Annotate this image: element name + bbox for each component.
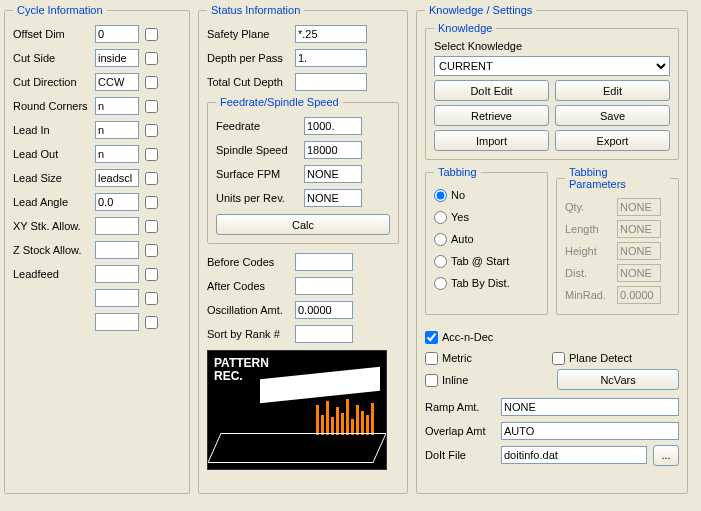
select-knowledge-dropdown[interactable]: CURRENT xyxy=(434,56,670,76)
calc-button[interactable]: Calc xyxy=(216,214,390,235)
spindle-input[interactable] xyxy=(304,141,362,159)
units-rev-input[interactable] xyxy=(304,189,362,207)
import-button[interactable]: Import xyxy=(434,130,549,151)
extra2-check[interactable] xyxy=(145,316,158,329)
after-codes-label: After Codes xyxy=(207,280,295,292)
tabbing-start-radio[interactable]: Tab @ Start xyxy=(434,250,539,272)
doit-file-browse-button[interactable]: ... xyxy=(653,445,679,466)
knowledge-settings-group: Knowledge / Settings Knowledge Select Kn… xyxy=(416,4,688,494)
lead-out-check[interactable] xyxy=(145,148,158,161)
round-corners-input[interactable] xyxy=(95,97,139,115)
lead-size-label: Lead Size xyxy=(13,172,95,184)
metric-check[interactable]: Metric xyxy=(425,347,552,369)
dist-input xyxy=(617,264,661,282)
cut-side-label: Cut Side xyxy=(13,52,95,64)
safety-plane-input[interactable] xyxy=(295,25,367,43)
plane-detect-check[interactable]: Plane Detect xyxy=(552,347,679,369)
lead-size-input[interactable] xyxy=(95,169,139,187)
before-codes-input[interactable] xyxy=(295,253,353,271)
inline-check[interactable]: Inline xyxy=(425,369,552,391)
xy-stk-input[interactable] xyxy=(95,217,139,235)
height-label: Height xyxy=(565,245,617,257)
offset-dim-check[interactable] xyxy=(145,28,158,41)
feedrate-label: Feedrate xyxy=(216,120,304,132)
knowledge-inner-group: Knowledge Select Knowledge CURRENT DoIt … xyxy=(425,22,679,160)
cut-side-input[interactable] xyxy=(95,49,139,67)
tabbing-legend: Tabbing xyxy=(434,166,481,178)
overlap-label: Overlap Amt xyxy=(425,425,495,437)
lead-size-check[interactable] xyxy=(145,172,158,185)
spindle-label: Spindle Speed xyxy=(216,144,304,156)
tabbing-yes-radio[interactable]: Yes xyxy=(434,206,539,228)
round-corners-check[interactable] xyxy=(145,100,158,113)
total-cut-depth-label: Total Cut Depth xyxy=(207,76,295,88)
length-input xyxy=(617,220,661,238)
lead-angle-check[interactable] xyxy=(145,196,158,209)
status-legend: Status Information xyxy=(207,4,304,16)
xy-stk-label: XY Stk. Allow. xyxy=(13,220,95,232)
qty-input xyxy=(617,198,661,216)
oscillation-label: Oscillation Amt. xyxy=(207,304,295,316)
cut-direction-input[interactable] xyxy=(95,73,139,91)
extra1-input[interactable] xyxy=(95,289,139,307)
lead-in-check[interactable] xyxy=(145,124,158,137)
leadfeed-check[interactable] xyxy=(145,268,158,281)
lead-in-label: Lead In xyxy=(13,124,95,136)
tabbing-group: Tabbing No Yes Auto Tab @ Start Tab By D… xyxy=(425,166,548,315)
total-cut-depth-input[interactable] xyxy=(295,73,367,91)
extra1-check[interactable] xyxy=(145,292,158,305)
tabbing-dist-radio[interactable]: Tab By Dist. xyxy=(434,272,539,294)
leadfeed-label: Leadfeed xyxy=(13,268,95,280)
height-input xyxy=(617,242,661,260)
doit-file-input[interactable] xyxy=(501,446,647,464)
feedrate-input[interactable] xyxy=(304,117,362,135)
depth-per-pass-input[interactable] xyxy=(295,49,367,67)
tabbing-auto-radio[interactable]: Auto xyxy=(434,228,539,250)
surface-fpm-label: Surface FPM xyxy=(216,168,304,180)
ncvars-button[interactable]: NcVars xyxy=(557,369,679,390)
knowledge-legend: Knowledge / Settings xyxy=(425,4,536,16)
extra2-input[interactable] xyxy=(95,313,139,331)
status-information-group: Status Information Safety Plane Depth pe… xyxy=(198,4,408,494)
overlap-input[interactable] xyxy=(501,422,679,440)
cut-direction-label: Cut Direction xyxy=(13,76,95,88)
minrad-label: MinRad. xyxy=(565,289,617,301)
lead-angle-input[interactable] xyxy=(95,193,139,211)
safety-plane-label: Safety Plane xyxy=(207,28,295,40)
cut-side-check[interactable] xyxy=(145,52,158,65)
length-label: Length xyxy=(565,223,617,235)
leadfeed-input[interactable] xyxy=(95,265,139,283)
lead-out-input[interactable] xyxy=(95,145,139,163)
xy-stk-check[interactable] xyxy=(145,220,158,233)
lead-in-input[interactable] xyxy=(95,121,139,139)
surface-fpm-input[interactable] xyxy=(304,165,362,183)
offset-dim-input[interactable] xyxy=(95,25,139,43)
dist-label: Dist. xyxy=(565,267,617,279)
oscillation-input[interactable] xyxy=(295,301,353,319)
ramp-input[interactable] xyxy=(501,398,679,416)
depth-per-pass-label: Depth per Pass xyxy=(207,52,295,64)
z-stk-check[interactable] xyxy=(145,244,158,257)
units-rev-label: Units per Rev. xyxy=(216,192,304,204)
z-stk-label: Z Stock Allow. xyxy=(13,244,95,256)
save-button[interactable]: Save xyxy=(555,105,670,126)
tabbing-no-radio[interactable]: No xyxy=(434,184,539,206)
tabbing-params-legend: Tabbing Parameters xyxy=(565,166,670,190)
retrieve-button[interactable]: Retrieve xyxy=(434,105,549,126)
z-stk-input[interactable] xyxy=(95,241,139,259)
knowledge-inner-legend: Knowledge xyxy=(434,22,496,34)
qty-label: Qty. xyxy=(565,201,617,213)
feedrate-group: Feedrate/Spindle Speed Feedrate Spindle … xyxy=(207,96,399,244)
edit-button[interactable]: Edit xyxy=(555,80,670,101)
doit-file-label: DoIt File xyxy=(425,449,495,461)
acc-n-dec-check[interactable]: Acc-n-Dec xyxy=(425,327,679,347)
export-button[interactable]: Export xyxy=(555,130,670,151)
sort-rank-input[interactable] xyxy=(295,325,353,343)
tabbing-params-group: Tabbing Parameters Qty. Length Height Di… xyxy=(556,166,679,315)
ramp-label: Ramp Amt. xyxy=(425,401,495,413)
doit-edit-button[interactable]: DoIt Edit xyxy=(434,80,549,101)
cut-direction-check[interactable] xyxy=(145,76,158,89)
feedrate-legend: Feedrate/Spindle Speed xyxy=(216,96,343,108)
round-corners-label: Round Corners xyxy=(13,100,95,112)
after-codes-input[interactable] xyxy=(295,277,353,295)
